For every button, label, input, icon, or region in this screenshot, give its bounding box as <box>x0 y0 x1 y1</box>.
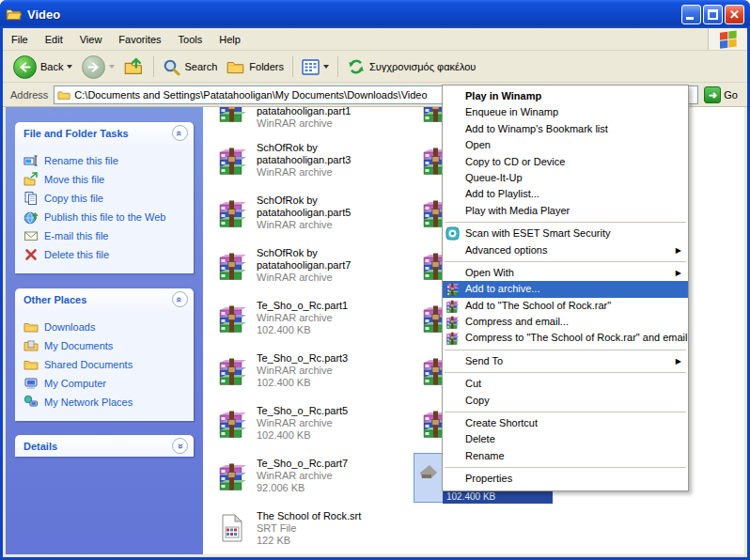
context-menu-item-label: Copy to CD or Device <box>465 156 565 167</box>
context-menu-item[interactable]: Create Shortcut <box>443 415 688 431</box>
context-menu-item[interactable]: Delete <box>443 431 688 447</box>
menubar-item-favorites[interactable]: Favorites <box>110 28 169 50</box>
file-item[interactable]: Te_Sho_o_Rc.part1WinRAR archive102.400 K… <box>203 300 391 350</box>
panel-header[interactable]: File and Folder Tasks« <box>15 122 194 144</box>
menubar-item-tools[interactable]: Tools <box>170 28 211 50</box>
sidebar-item[interactable]: My Computer <box>23 374 190 393</box>
selected-file-icon[interactable] <box>414 453 445 503</box>
context-menu-item[interactable]: Play in Winamp <box>443 88 688 104</box>
file-item[interactable]: SchOfRok bypatatahooligan.part3WinRAR ar… <box>203 142 391 193</box>
context-menu-item-label: Cut <box>465 378 481 389</box>
file-item-text: Te_Sho_o_Rc.part7WinRAR archive92.006 KB <box>257 458 348 494</box>
minimize-button[interactable] <box>681 5 701 24</box>
context-menu-item-label: Compress and email... <box>465 316 569 327</box>
close-button[interactable]: ✕ <box>725 5 744 24</box>
forward-icon <box>82 55 105 79</box>
context-menu-item[interactable]: Compress and email... <box>443 314 688 330</box>
context-menu-item[interactable]: Scan with ESET Smart Security <box>443 226 688 241</box>
up-button[interactable] <box>119 54 149 79</box>
views-dropdown-icon <box>323 65 329 69</box>
toolbar-separator <box>153 56 154 77</box>
context-menu-item[interactable]: Rename <box>443 448 688 464</box>
file-item[interactable]: patatahooligan.part1WinRAR archive <box>203 107 391 140</box>
folders-button[interactable]: Folders <box>222 55 289 78</box>
chevron-down-icon[interactable]: « <box>172 438 188 454</box>
sync-label: Συγχρονισμός φακέλου <box>369 61 476 72</box>
context-menu-item[interactable]: Copy <box>443 393 688 409</box>
file-item[interactable]: Te_Sho_o_Rc.part7WinRAR archive92.006 KB <box>203 458 391 508</box>
chevron-up-icon[interactable]: « <box>172 291 188 307</box>
sidebar-item-label: My Network Places <box>44 397 133 408</box>
sidebar-item-label: E-mail this file <box>44 230 108 241</box>
sidebar-item[interactable]: Delete this file <box>23 245 190 264</box>
file-type: WinRAR archive <box>257 117 351 130</box>
forward-button[interactable] <box>77 54 119 81</box>
file-item-text: patatahooligan.part1WinRAR archive <box>257 107 351 130</box>
sidebar-item-label: Move this file <box>44 174 104 185</box>
context-menu-item[interactable]: Add to Playlist... <box>443 186 688 202</box>
context-menu-item[interactable]: Advanced options▶ <box>443 242 688 258</box>
file-size: 102.400 KB <box>257 324 348 336</box>
file-item[interactable]: Te_Sho_o_Rc.part5WinRAR archive102.400 K… <box>203 405 391 456</box>
sidebar-item[interactable]: Copy this file <box>23 189 190 208</box>
file-item[interactable]: SchOfRok bypatatahooligan.part5WinRAR ar… <box>203 194 391 245</box>
file-item-text: The School of Rock.srtSRT File122 KB <box>257 510 361 547</box>
file-name: patatahooligan.part1 <box>257 107 351 117</box>
up-folder-icon <box>124 56 145 77</box>
context-menu-item[interactable]: Add to Winamp's Bookmark list <box>443 121 688 137</box>
context-menu-item[interactable]: Properties <box>443 471 688 487</box>
context-menu-item[interactable]: Open With▶ <box>443 265 688 281</box>
sidebar-item[interactable]: Publish this file to the Web <box>23 208 190 226</box>
go-button[interactable]: ➜ Go <box>698 86 743 103</box>
submenu-arrow-icon: ▶ <box>676 353 681 369</box>
context-menu-item[interactable]: Queue-It-Up <box>443 170 688 186</box>
back-button[interactable]: Back <box>8 54 77 81</box>
search-button[interactable]: Search <box>158 56 222 78</box>
toolbar-separator <box>337 56 338 77</box>
menubar-item-help[interactable]: Help <box>211 28 249 50</box>
sidebar-item-label: Copy this file <box>44 193 103 204</box>
sidebar-item[interactable]: Downloads <box>23 318 190 336</box>
panel-header[interactable]: Other Places« <box>15 288 194 310</box>
file-name: Te_Sho_o_Rc.part3 <box>257 352 348 365</box>
context-menu-item[interactable]: Enqueue in Winamp <box>443 104 688 120</box>
context-menu-item[interactable]: Add to archive... <box>443 281 688 297</box>
sidebar-item[interactable]: Rename this file <box>23 151 190 170</box>
menubar-item-edit[interactable]: Edit <box>37 28 71 50</box>
winrar-icon <box>217 408 247 438</box>
sidebar-item[interactable]: My Network Places <box>23 393 190 412</box>
winrar-icon <box>217 303 247 333</box>
file-item-text: SchOfRok bypatatahooligan.part5WinRAR ar… <box>257 194 351 231</box>
sidebar-item-label: Downloads <box>44 321 95 333</box>
maximize-button[interactable] <box>703 5 723 24</box>
menubar-item-view[interactable]: View <box>71 28 111 50</box>
context-menu-item-label: Properties <box>465 473 512 484</box>
file-item[interactable]: SchOfRok bypatatahooligan.part7WinRAR ar… <box>203 247 391 298</box>
panel-header[interactable]: Details« <box>15 435 194 457</box>
sidebar-item[interactable]: E-mail this file <box>23 226 190 245</box>
context-menu-item[interactable]: Copy to CD or Device <box>443 154 688 170</box>
copy-icon <box>23 191 39 206</box>
context-menu-item[interactable]: Send To▶ <box>443 353 688 369</box>
sidebar-item[interactable]: Move this file <box>23 170 190 189</box>
views-button[interactable] <box>297 57 334 77</box>
context-menu-item[interactable]: Play with Media Player <box>443 203 688 219</box>
folder-sync-button[interactable]: Συγχρονισμός φακέλου <box>342 55 480 78</box>
file-name: Te_Sho_o_Rc.part7 <box>257 458 348 470</box>
context-menu-item[interactable]: Open <box>443 137 688 153</box>
views-icon <box>302 59 320 75</box>
file-item[interactable]: The School of Rock.srtSRT File122 KB <box>203 510 391 554</box>
file-item[interactable]: Te_Sho_o_Rc.part3WinRAR archive102.400 K… <box>203 352 391 403</box>
file-item-text: Te_Sho_o_Rc.part1WinRAR archive102.400 K… <box>257 300 348 336</box>
winrar-icon <box>217 460 247 490</box>
winrar-icon <box>217 355 247 385</box>
menubar-item-file[interactable]: File <box>3 28 37 50</box>
context-menu-item[interactable]: Add to "The School of Rock.rar" <box>443 298 688 314</box>
chevron-up-icon[interactable]: « <box>172 125 188 141</box>
sidebar-item[interactable]: My Documents <box>23 336 190 355</box>
context-menu-item[interactable]: Compress to "The School of Rock.rar" and… <box>443 330 688 346</box>
context-menu-item[interactable]: Cut <box>443 376 688 392</box>
sidebar-item[interactable]: Shared Documents <box>23 355 190 374</box>
folder-icon <box>23 319 39 334</box>
context-menu-item-label: Rename <box>465 450 505 461</box>
